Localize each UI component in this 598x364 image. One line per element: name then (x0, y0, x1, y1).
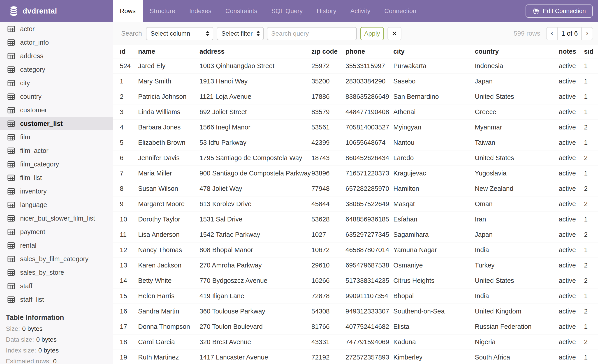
filter-select[interactable]: Select filter (217, 27, 264, 40)
column-header-country[interactable]: country (475, 45, 559, 58)
tab-sql-query[interactable]: SQL Query (264, 0, 310, 22)
table-cell[interactable]: Taiwan (475, 135, 559, 150)
sidebar-item-nicer_but_slower_film_list[interactable]: nicer_but_slower_film_list (0, 211, 113, 225)
table-cell[interactable]: Yamuna Nagar (393, 242, 475, 258)
table-cell[interactable]: 1531 Sal Drive (199, 211, 311, 227)
column-header-notes[interactable]: notes (559, 45, 584, 58)
table-cell[interactable]: 29610 (311, 258, 346, 273)
table-cell[interactable]: Hamilton (393, 181, 475, 196)
table-cell[interactable]: active (559, 89, 584, 104)
table-row[interactable]: 17Donna Thompson270 Toulon Boulevard8176… (113, 319, 598, 334)
table-cell[interactable]: 72192 (311, 349, 346, 364)
table-cell[interactable]: 53628 (311, 211, 346, 227)
table-cell[interactable]: 53561 (311, 120, 346, 135)
table-cell[interactable]: Jennifer Davis (138, 150, 199, 166)
table-cell[interactable]: 19 (113, 349, 138, 364)
table-cell[interactable]: 72878 (311, 288, 346, 304)
table-cell[interactable]: 1 (584, 135, 598, 150)
table-cell[interactable]: Sagamihara (393, 227, 475, 242)
table-cell[interactable]: 770 Bydgoszcz Avenue (199, 273, 311, 288)
sidebar-item-sales_by_film_category[interactable]: sales_by_film_category (0, 252, 113, 266)
table-row[interactable]: 15Helen Harris419 Iligan Lane72878990911… (113, 288, 598, 304)
table-cell[interactable]: 1 (584, 58, 598, 73)
table-cell[interactable]: Kragujevac (393, 166, 475, 181)
table-cell[interactable]: 1 (584, 288, 598, 304)
table-cell[interactable]: 7 (113, 166, 138, 181)
tab-activity[interactable]: Activity (343, 0, 377, 22)
table-cell[interactable]: Linda Williams (138, 104, 199, 120)
table-cell[interactable]: active (559, 181, 584, 196)
table-cell[interactable]: 949312333307 (346, 304, 393, 319)
table-cell[interactable]: Citrus Heights (393, 273, 475, 288)
table-cell[interactable]: 12 (113, 242, 138, 258)
table-cell[interactable]: Betty White (138, 273, 199, 288)
table-cell[interactable]: 45844 (311, 196, 346, 211)
table-cell[interactable]: 1121 Loja Avenue (199, 89, 311, 104)
sidebar-item-film[interactable]: film (0, 130, 113, 144)
table-cell[interactable]: 1003 Qinhuangdao Street (199, 58, 311, 73)
table-cell[interactable]: 1 (584, 349, 598, 364)
table-cell[interactable]: Dorothy Taylor (138, 211, 199, 227)
table-cell[interactable]: 270 Amroha Parkway (199, 258, 311, 273)
table-row[interactable]: 6Jennifer Davis1795 Santiago de Composte… (113, 150, 598, 166)
table-cell[interactable]: Kaduna (393, 334, 475, 349)
table-cell[interactable]: 8 (113, 181, 138, 196)
table-cell[interactable]: 1 (113, 73, 138, 89)
table-cell[interactable]: 380657522649 (346, 196, 393, 211)
table-cell[interactable]: Maria Miller (138, 166, 199, 181)
table-cell[interactable]: Japan (475, 227, 559, 242)
table-cell[interactable]: 83579 (311, 104, 346, 120)
table-cell[interactable]: 16266 (311, 273, 346, 288)
column-header-city[interactable]: city (393, 45, 475, 58)
table-cell[interactable]: 18743 (311, 150, 346, 166)
table-cell[interactable]: 42399 (311, 135, 346, 150)
table-cell[interactable]: Mary Smith (138, 73, 199, 89)
table-cell[interactable]: Donna Thompson (138, 319, 199, 334)
table-cell[interactable]: active (559, 58, 584, 73)
table-cell[interactable]: United States (475, 89, 559, 104)
table-cell[interactable]: 9 (113, 196, 138, 211)
table-cell[interactable]: Patricia Johnson (138, 89, 199, 104)
table-cell[interactable]: active (559, 211, 584, 227)
table-cell[interactable]: Bhopal (393, 288, 475, 304)
table-cell[interactable]: Helen Harris (138, 288, 199, 304)
sidebar-item-staff[interactable]: staff (0, 279, 113, 293)
table-cell[interactable]: Russian Federation (475, 319, 559, 334)
table-cell[interactable]: 77948 (311, 181, 346, 196)
table-cell[interactable]: 2 (584, 120, 598, 135)
table-cell[interactable]: Elizabeth Brown (138, 135, 199, 150)
table-cell[interactable]: active (559, 166, 584, 181)
table-cell[interactable]: Elista (393, 319, 475, 334)
tab-history[interactable]: History (310, 0, 343, 22)
table-cell[interactable]: 320 Brest Avenue (199, 334, 311, 349)
column-header-id[interactable]: id (113, 45, 138, 58)
table-cell[interactable]: Sasebo (393, 73, 475, 89)
table-cell[interactable]: 17886 (311, 89, 346, 104)
table-cell[interactable]: 1 (584, 89, 598, 104)
tab-connection[interactable]: Connection (377, 0, 423, 22)
table-cell[interactable]: Nigeria (475, 334, 559, 349)
table-cell[interactable]: Japan (475, 73, 559, 89)
table-cell[interactable]: 270 Toulon Boulevard (199, 319, 311, 334)
table-cell[interactable]: 1913 Hanoi Way (199, 73, 311, 89)
table-cell[interactable]: active (559, 258, 584, 273)
table-cell[interactable]: 54308 (311, 304, 346, 319)
table-cell[interactable]: 695479687538 (346, 258, 393, 273)
table-cell[interactable]: 17 (113, 319, 138, 334)
table-cell[interactable]: 648856936185 (346, 211, 393, 227)
next-page-button[interactable]: › (582, 27, 593, 40)
table-cell[interactable]: Karen Jackson (138, 258, 199, 273)
table-cell[interactable]: 838635286649 (346, 89, 393, 104)
table-cell[interactable]: India (475, 242, 559, 258)
sidebar-item-country[interactable]: country (0, 90, 113, 103)
table-cell[interactable]: 448477190408 (346, 104, 393, 120)
table-cell[interactable]: Margaret Moore (138, 196, 199, 211)
table-cell[interactable]: 1 (584, 104, 598, 120)
table-cell[interactable]: Osmaniye (393, 258, 475, 273)
prev-page-button[interactable]: ‹ (547, 27, 557, 40)
sidebar-item-customer[interactable]: customer (0, 103, 113, 117)
table-cell[interactable]: 465887807014 (346, 242, 393, 258)
table-cell[interactable]: active (559, 135, 584, 150)
sidebar-item-payment[interactable]: payment (0, 225, 113, 239)
table-row[interactable]: 524Jared Ely1003 Qinhuangdao Street25972… (113, 58, 598, 73)
